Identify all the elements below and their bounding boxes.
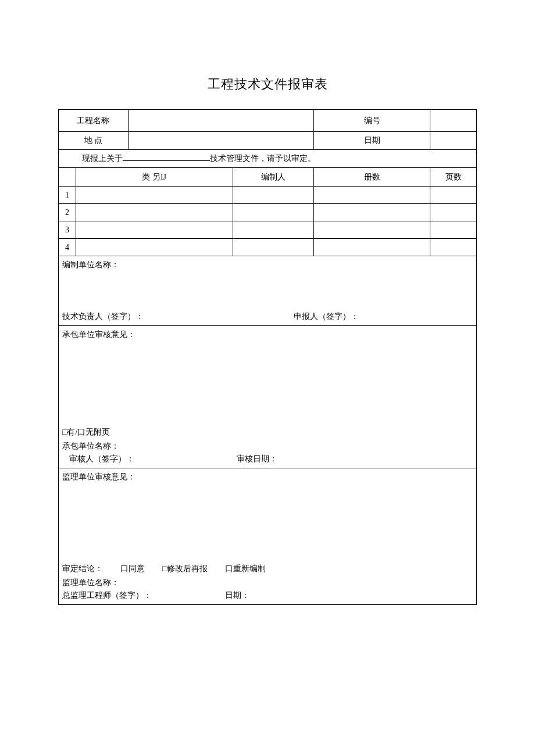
- cell-compiler[interactable]: [233, 221, 314, 239]
- cell-category[interactable]: [76, 221, 233, 239]
- cell-no: 4: [59, 239, 76, 256]
- list-row: 2: [59, 204, 477, 221]
- header-pages: 页数: [430, 168, 477, 187]
- label-supervisor-org: 监理单位名称：: [62, 578, 473, 588]
- page-title: 工程技术文件报审表: [58, 76, 477, 93]
- list-row: 4: [59, 239, 477, 256]
- value-number[interactable]: [430, 110, 477, 132]
- cell-no: 3: [59, 221, 76, 239]
- label-chief-engineer-sign[interactable]: 总监理工程师（签字）：: [62, 590, 225, 601]
- row-submission: 现报上关于技术管理文件，请予以审定。: [59, 150, 477, 168]
- label-tech-lead-sign[interactable]: 技术负责人（签字）：: [62, 311, 241, 322]
- label-date: 日期: [314, 132, 430, 150]
- cell-compiler[interactable]: [233, 187, 314, 204]
- submission-prefix: 现报上关于: [82, 154, 123, 163]
- cell-pages[interactable]: [430, 204, 477, 221]
- cell-no: 2: [59, 204, 76, 221]
- submission-blank[interactable]: [123, 160, 210, 161]
- label-contractor-opinion: 承包单位审核意见：: [62, 329, 473, 340]
- label-compile-org: 编制单位名称：: [62, 260, 473, 270]
- cell-volumes[interactable]: [314, 204, 430, 221]
- header-volumes: 册数: [314, 168, 430, 187]
- row-supervisor-section: 监理单位审核意见： 审定结论： 口同意 □修改后再报 口重新编制 监理单位名称：…: [59, 468, 477, 605]
- cell-volumes[interactable]: [314, 239, 430, 256]
- cell-category[interactable]: [76, 239, 233, 256]
- value-location[interactable]: [128, 132, 314, 150]
- header-category: 类 另IJ: [76, 168, 233, 187]
- label-reviewer-sign[interactable]: 审核人（签字）：: [62, 454, 237, 464]
- cell-pages[interactable]: [430, 187, 477, 204]
- header-no: [59, 168, 76, 187]
- label-supervisor-date[interactable]: 日期：: [225, 590, 249, 601]
- cell-category[interactable]: [76, 204, 233, 221]
- label-number: 编号: [314, 110, 430, 132]
- row-compile-section: 编制单位名称： 技术负责人（签字）： 申报人（签字）：: [59, 256, 477, 326]
- label-review-date[interactable]: 审核日期：: [237, 454, 277, 464]
- cell-category[interactable]: [76, 187, 233, 204]
- cell-no: 1: [59, 187, 76, 204]
- label-location: 地 点: [59, 132, 129, 150]
- cell-compiler[interactable]: [233, 239, 314, 256]
- list-row: 1: [59, 187, 477, 204]
- label-contractor-org: 承包单位名称：: [62, 441, 473, 452]
- opt-agree[interactable]: 口同意: [120, 564, 145, 574]
- row-list-header: 类 另IJ 编制人 册数 页数: [59, 168, 477, 187]
- label-attachment[interactable]: □有/口无附页: [62, 427, 473, 438]
- row-contractor-section: 承包单位审核意见： □有/口无附页 承包单位名称： 审核人（签字）： 审核日期：: [59, 326, 477, 468]
- cell-volumes[interactable]: [314, 187, 430, 204]
- label-conclusion: 审定结论：: [62, 564, 103, 574]
- row-location: 地 点 日期: [59, 132, 477, 150]
- cell-pages[interactable]: [430, 221, 477, 239]
- form-table: 工程名称 编号 地 点 日期 现报上关于技术管理文件，请予以审定。 类 另IJ …: [58, 109, 477, 605]
- row-project-name: 工程名称 编号: [59, 110, 477, 132]
- value-project-name[interactable]: [128, 110, 314, 132]
- submission-suffix: 技术管理文件，请予以审定。: [210, 154, 316, 163]
- header-compiler: 编制人: [233, 168, 314, 187]
- value-date[interactable]: [430, 132, 477, 150]
- list-row: 3: [59, 221, 477, 239]
- label-supervisor-opinion: 监理单位审核意见：: [62, 472, 473, 482]
- label-applicant-sign[interactable]: 申报人（签字）：: [241, 311, 473, 322]
- label-project-name: 工程名称: [59, 110, 129, 132]
- opt-revise[interactable]: □修改后再报: [162, 564, 208, 574]
- opt-redo[interactable]: 口重新编制: [225, 564, 266, 574]
- cell-compiler[interactable]: [233, 204, 314, 221]
- cell-volumes[interactable]: [314, 221, 430, 239]
- cell-pages[interactable]: [430, 239, 477, 256]
